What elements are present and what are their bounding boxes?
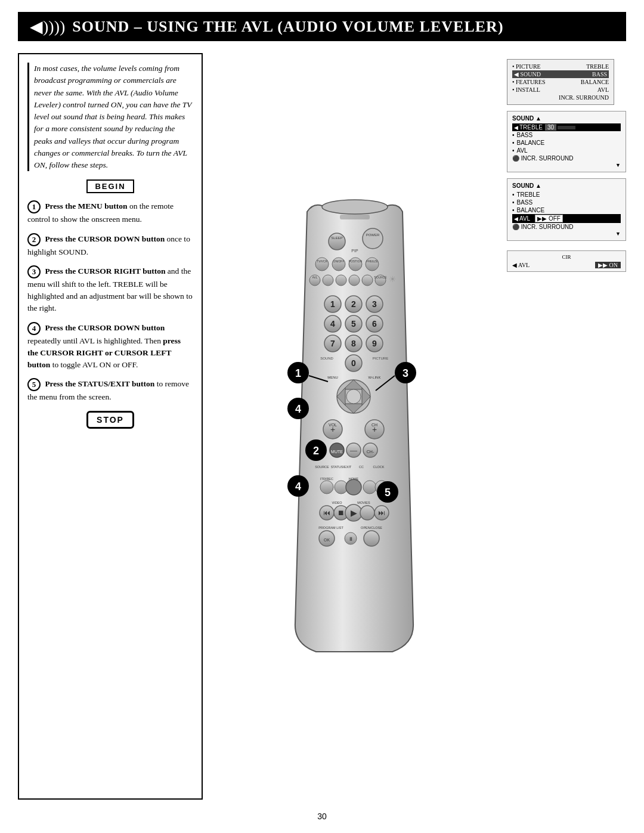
menu-screen-3: SOUND ▲ •TREBLE •BASS •BALANCE ◀ AVL ▶▶ … (507, 178, 626, 241)
svg-point-4 (363, 228, 383, 249)
svg-text:7: 7 (330, 339, 335, 348)
page-number: 30 (18, 812, 626, 821)
stop-badge: STOP (27, 411, 193, 429)
svg-text:PROGRAM LIST: PROGRAM LIST (318, 526, 343, 529)
svg-text:MUTE: MUTE (331, 450, 343, 454)
svg-text:4: 4 (330, 319, 335, 329)
svg-text:+: + (372, 425, 377, 434)
svg-point-90 (364, 531, 379, 546)
svg-text:SOURCE: SOURCE (374, 275, 387, 279)
svg-text:PICTURE: PICTURE (373, 357, 388, 360)
svg-text:4: 4 (295, 403, 301, 415)
svg-text:3: 3 (372, 299, 377, 309)
svg-text:⏭: ⏭ (378, 509, 385, 517)
step-1-circle: 1 (27, 200, 41, 213)
page-header: ◀)))) Sound – Using the AVL (Audio Volum… (18, 12, 626, 41)
step-1: 1 Press the MENU button on the remote co… (27, 200, 193, 225)
svg-point-81 (360, 506, 374, 520)
step-2-bold: Press the CURSOR DOWN button (45, 234, 165, 243)
menu-screen-1: • PICTURETREBLE ◀ SOUNDBASS • FEATURESBA… (507, 59, 614, 105)
screen3-balance: •BALANCE (512, 206, 621, 214)
svg-point-19 (349, 275, 360, 286)
svg-text:CH-: CH- (367, 450, 374, 454)
svg-text:PIP: PIP (351, 249, 358, 253)
svg-text:⏹: ⏹ (338, 509, 345, 517)
svg-text:▶: ▶ (351, 509, 357, 518)
step-3-bold: Press the CURSOR RIGHT button (45, 267, 165, 275)
svg-text:CLOCK: CLOCK (373, 465, 385, 469)
step-5: 5 Press the STATUS/EXIT button to remove… (27, 378, 193, 403)
svg-text:2: 2 (313, 445, 319, 457)
svg-text:STATUS/EXIT: STATUS/EXIT (331, 465, 352, 469)
avl-on-value: ▶▶ ON (595, 262, 621, 268)
svg-point-47 (346, 389, 361, 404)
svg-text:5: 5 (351, 319, 356, 329)
step-3-circle: 3 (27, 265, 41, 278)
svg-text:+: + (330, 425, 335, 434)
svg-text:8: 8 (351, 339, 356, 348)
stop-box: STOP (86, 411, 134, 429)
menu-row-install: • INSTALLAVL (512, 86, 609, 94)
svg-text:1: 1 (295, 367, 301, 379)
svg-text:FREEZE: FREEZE (366, 259, 378, 263)
svg-point-0 (322, 200, 388, 214)
step-3: 3 Press the CURSOR RIGHT button and the … (27, 265, 193, 315)
svg-text:3: 3 (402, 367, 408, 379)
svg-point-71 (363, 481, 376, 494)
step-4-text: repeatedly until AVL is highlighted. The… (27, 336, 163, 345)
svg-text:1: 1 (330, 299, 335, 309)
svg-text:☀: ☀ (389, 275, 397, 284)
menu-row-picture: • PICTURETREBLE (512, 63, 609, 70)
svg-text:W-LINK: W-LINK (369, 376, 381, 379)
step-4-circle: 4 (27, 322, 41, 335)
intro-text: In most cases, the volume levels coming … (27, 63, 193, 171)
screen2-avl: •AVL (512, 147, 621, 154)
screen3-bass: •BASS (512, 199, 621, 206)
begin-box: BEGIN (86, 179, 134, 193)
instruction-panel: In most cases, the volume levels coming … (18, 53, 203, 800)
svg-point-70 (346, 479, 361, 495)
svg-text:POSTION: POSTION (349, 259, 363, 263)
svg-text:5: 5 (385, 487, 391, 498)
svg-text:6: 6 (372, 319, 377, 329)
svg-text:—: — (349, 446, 358, 454)
step-2: 2 Press the CURSOR DOWN button once to h… (27, 233, 193, 258)
menu-row-surround1: INCR. SURROUND (512, 94, 609, 101)
remote-wrapper: SLEEP POWER PIP TV/VCR ON/OFF POSTION (244, 194, 471, 659)
svg-text:9: 9 (372, 339, 377, 348)
svg-text:VIDEO: VIDEO (332, 501, 342, 504)
svg-rect-1 (340, 215, 370, 219)
menu-row-sound-selected: ◀ SOUNDBASS (512, 70, 609, 78)
svg-text:4: 4 (295, 481, 301, 493)
screen3-surround: ⚫ INCR. SURROUND (512, 223, 621, 231)
page-container: ◀)))) Sound – Using the AVL (Audio Volum… (0, 0, 644, 833)
remote-svg: SLEEP POWER PIP TV/VCR ON/OFF POSTION (244, 194, 471, 659)
svg-text:AVL: AVL (312, 275, 317, 279)
step-2-circle: 2 (27, 233, 41, 246)
menu-screen-2: SOUND ▲ ◀ TREBLE 30 •BASS •BALANCE •AV (507, 111, 626, 172)
svg-text:OK: OK (324, 538, 330, 542)
svg-point-17 (323, 275, 333, 286)
cir-screen: CIR ◀ AVL ▶▶ ON (507, 250, 626, 272)
cir-label: CIR (512, 254, 621, 260)
svg-text:ON/OFF: ON/OFF (333, 259, 345, 263)
screen2-title: SOUND ▲ (512, 115, 621, 122)
svg-text:MENU: MENU (327, 376, 338, 379)
step-5-bold: Press the STATUS/EXIT button (45, 379, 154, 388)
screen2-treble: ◀ TREBLE 30 (512, 123, 621, 131)
step-5-circle: 5 (27, 378, 41, 391)
screen3-treble: •TREBLE (512, 191, 621, 199)
svg-text:POWER: POWER (366, 233, 380, 237)
svg-text:0: 0 (351, 358, 356, 368)
remote-section: SLEEP POWER PIP TV/VCR ON/OFF POSTION (215, 53, 501, 800)
menu-screenshots: • PICTURETREBLE ◀ SOUNDBASS • FEATURESBA… (507, 53, 626, 800)
diagram-area: SLEEP POWER PIP TV/VCR ON/OFF POSTION (215, 53, 626, 800)
step-4: 4 Press the CURSOR DOWN button repeatedl… (27, 322, 193, 371)
menu-row-features: • FEATURESBALANCE (512, 78, 609, 86)
main-content: In most cases, the volume levels coming … (18, 53, 626, 800)
cir-avl-row: ◀ AVL ▶▶ ON (512, 262, 621, 268)
svg-text:2: 2 (351, 299, 356, 309)
svg-text:CC: CC (359, 465, 364, 469)
svg-text:SOUND: SOUND (320, 357, 333, 360)
screen3-avl: ◀ AVL ▶▶ OFF (512, 214, 621, 223)
